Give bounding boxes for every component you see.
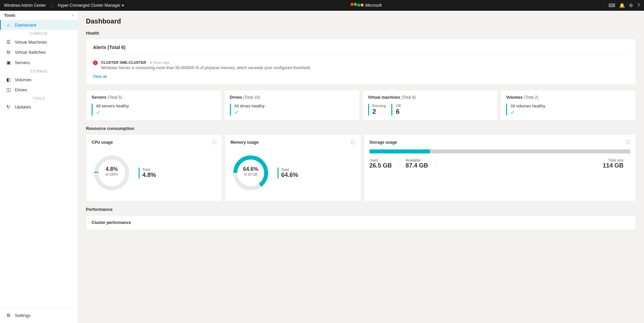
off-value: 6 [396, 108, 400, 116]
vms-total: (Total 8) [401, 95, 416, 100]
memory-donut-chart: 64.6% of 20 GB [231, 153, 271, 193]
health-section: Health Alerts (Total 6) CLUSTER SME-CLUS… [86, 31, 636, 121]
sidebar-item-updates[interactable]: ↻ Updates [0, 102, 78, 112]
sidebar-item-label: Dashboard [15, 22, 36, 28]
topbar: Windows Admin Center | Hyper-Converged C… [0, 0, 644, 11]
cpu-legend: Total 4.8% [139, 168, 156, 179]
settings-icon: ⚙ [5, 313, 11, 318]
storage-card-header: Storage usage ⓘ [369, 139, 631, 145]
microsoft-label: Microsoft [365, 3, 382, 8]
sidebar-header: Tools ‹ [0, 11, 78, 20]
memory-info-icon[interactable]: ⓘ [351, 139, 355, 145]
volumes-healthy-label: All volumes healthy [510, 104, 630, 108]
sidebar-item-drives[interactable]: ◫ Drives [0, 85, 78, 95]
volumes-icon: ◧ [5, 77, 11, 82]
cluster-manager-title[interactable]: Hyper-Converged Cluster Manager ▾ [58, 3, 124, 8]
compute-section-label: COMPUTE [0, 30, 78, 37]
storage-info-icon[interactable]: ⓘ [626, 139, 630, 145]
drives-health-card: Drives (Total 10) All drives healthy ✓ [224, 90, 360, 121]
sidebar-item-label: Servers [15, 60, 30, 65]
sidebar-item-label: Drives [15, 87, 27, 92]
alerts-card: Alerts (Total 6) CLUSTER SME-CLUSTER 6 h… [86, 39, 636, 85]
memory-title: Memory usage [231, 140, 259, 145]
memory-sub-text: of 20 GB [244, 173, 257, 176]
cluster-performance-card: Cluster performance [86, 215, 636, 230]
storage-available-value: 87.4 GB [406, 162, 428, 169]
app-title: Windows Admin Center [4, 3, 46, 8]
volumes-health-card: Volumes (Total 2) All volumes healthy ✓ [500, 90, 636, 121]
layout: Tools ‹ ⌂ Dashboard COMPUTE ☰ Virtual Ma… [0, 11, 644, 323]
storage-available-label: Available [406, 158, 428, 162]
storage-section-label: STORAGE [0, 67, 78, 75]
sidebar-item-volumes[interactable]: ◧ Volumes [0, 75, 78, 85]
memory-card: Memory usage ⓘ 64.6% of 20 GB [225, 134, 361, 201]
volumes-healthy-status: All volumes healthy ✓ [506, 104, 630, 116]
memory-total-legend: Total 64.6% [278, 168, 298, 179]
alert-time: 6 hours ago [150, 60, 169, 64]
switch-icon: ⧉ [5, 49, 11, 55]
cpu-donut-chart: 4.8% of 100% [92, 153, 132, 193]
sidebar-item-virtual-machines[interactable]: ☰ Virtual Machines [0, 37, 78, 47]
memory-pct-text: 64.6% [243, 166, 258, 172]
running-value: 2 [373, 108, 386, 116]
sidebar-item-servers[interactable]: ▣ Servers [0, 57, 78, 67]
memory-total-label: Total [281, 168, 298, 172]
servers-healthy-status: All servers healthy ✓ [92, 104, 216, 116]
sidebar-item-settings[interactable]: ⚙ Settings [0, 310, 78, 320]
storage-bar-track [369, 149, 631, 153]
chevron-down-icon: ▾ [122, 3, 124, 8]
drives-card-title: Drives (Total 10) [230, 95, 354, 100]
checkmark-icon: ✓ [96, 109, 216, 116]
checkmark-icon: ✓ [234, 109, 354, 116]
alert-header: CLUSTER SME-CLUSTER 6 hours ago [101, 60, 629, 65]
servers-card-title: Servers (Total 5) [92, 95, 216, 100]
gear-icon[interactable]: ⚙ [629, 3, 633, 8]
drives-healthy-label: All drives healthy [234, 104, 354, 108]
sidebar-item-dashboard[interactable]: ⌂ Dashboard [0, 20, 78, 30]
sidebar-item-label: Updates [15, 104, 31, 109]
home-icon: ⌂ [5, 22, 11, 28]
vms-running-stat: Running 2 [368, 104, 386, 116]
drives-total: (Total 10) [243, 95, 260, 100]
off-label: Off [396, 104, 400, 108]
microsoft-logo [351, 3, 363, 8]
cpu-card-header: CPU usage ⓘ [92, 139, 216, 145]
sidebar: Tools ‹ ⌂ Dashboard COMPUTE ☰ Virtual Ma… [0, 11, 78, 323]
storage-stats: Used 26.5 GB Available 87.4 GB Total siz… [369, 158, 631, 169]
drives-icon: ◫ [5, 87, 11, 92]
cpu-info-icon[interactable]: ⓘ [212, 139, 216, 145]
drives-healthy-status: All drives healthy ✓ [230, 104, 354, 116]
sidebar-item-virtual-switches[interactable]: ⧉ Virtual Switches [0, 47, 78, 57]
storage-total-value: 114 GB [603, 162, 624, 169]
memory-legend: Total 64.6% [278, 168, 298, 179]
tools-section-label: TOOLS [0, 95, 78, 102]
bell-icon[interactable]: 🔔 [619, 3, 625, 8]
cpu-total-value: 4.8% [142, 172, 156, 179]
vms-card-title: Virtual machines (Total 8) [368, 95, 492, 100]
page-title: Dashboard [86, 17, 636, 25]
storage-available-stat: Available 87.4 GB [406, 158, 435, 169]
cpu-total-legend: Total 4.8% [139, 168, 156, 179]
tools-label: Tools [4, 13, 15, 18]
terminal-icon[interactable]: ⌨ [608, 3, 615, 8]
resource-cards-row: CPU usage ⓘ 4.8% of 100% Total [86, 134, 636, 201]
cpu-donut-container: 4.8% of 100% Total 4.8% [92, 149, 216, 196]
collapse-icon[interactable]: ‹ [72, 13, 73, 18]
view-all-link[interactable]: View all [93, 74, 107, 79]
storage-bar-fill [369, 149, 430, 153]
storage-total-label: Total size [603, 158, 624, 162]
volumes-total: (Total 2) [524, 95, 538, 100]
vms-off-stat: Off 6 [391, 104, 400, 116]
help-icon[interactable]: ? [637, 3, 640, 8]
cluster-perf-title: Cluster performance [92, 220, 630, 225]
memory-total-value: 64.6% [281, 172, 298, 179]
memory-card-header: Memory usage ⓘ [231, 139, 355, 145]
sidebar-item-label: Virtual Switches [15, 50, 46, 55]
alert-error-icon [93, 60, 98, 65]
alert-content: CLUSTER SME-CLUSTER 6 hours ago Windows … [101, 60, 629, 70]
storage-title: Storage usage [369, 140, 397, 145]
divider [93, 54, 629, 54]
storage-used-value: 26.5 GB [369, 162, 392, 169]
vms-health-card: Virtual machines (Total 8) Running 2 Off… [362, 90, 498, 121]
alert-item: CLUSTER SME-CLUSTER 6 hours ago Windows … [93, 57, 629, 73]
